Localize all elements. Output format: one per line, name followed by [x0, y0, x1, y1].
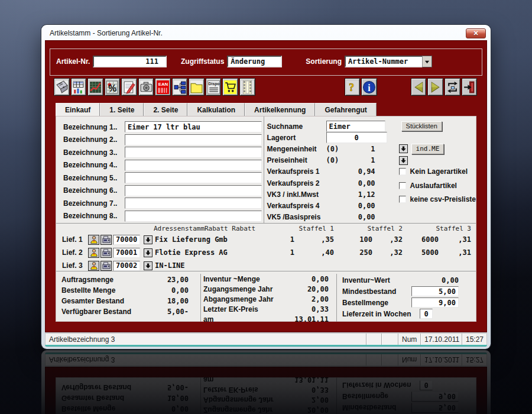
window-bottom-accent [45, 345, 487, 347]
bezeichnung-2-label: Bezeichnung 2.. [63, 135, 125, 144]
mengeneinheit-down-icon[interactable] [399, 144, 408, 153]
filmstrip-icon [241, 80, 254, 94]
structure-icon [174, 80, 186, 94]
staffel-2-header: Staffel 2 [334, 225, 403, 232]
bezeichnung-4-input[interactable] [125, 160, 262, 171]
ean-barcode-button[interactable]: EAN [155, 78, 171, 96]
fax-icon[interactable] [100, 261, 112, 271]
lief-1-staffel2-menge: 100 [334, 235, 372, 244]
fax-icon[interactable] [100, 235, 112, 245]
window-title: Artikelstamm - Sortierung Artikel-Nr. [50, 29, 466, 37]
bezeichnung-6-input[interactable] [125, 185, 262, 196]
edit-note-icon [123, 80, 135, 94]
stock-left-column: Auftragsmenge23,00 Bestellte Menge0,00 G… [56, 274, 201, 322]
bestellmenge-input[interactable] [411, 297, 459, 308]
edit-note-button[interactable] [121, 78, 137, 96]
lief-2-label: Lief. 2 [62, 248, 88, 257]
zugangsmenge-label: Zugangsmenge Jahr [203, 285, 287, 293]
stuecklisten-button[interactable]: Stücklisten [401, 121, 442, 131]
zugriffstatus-label: Zugriffstatus [181, 57, 224, 66]
inventur-wert-value: 0,00 [417, 276, 459, 284]
stock-middle-column: Inventur ~Menge0,00 Zugangsmenge Jahr20,… [201, 274, 337, 322]
contact-person-icon[interactable] [88, 261, 99, 271]
tab-artikelkennung[interactable]: Artikelkennung [245, 103, 315, 116]
statistics-button[interactable] [87, 78, 103, 96]
tab-kalkulation[interactable]: Kalkulation [187, 103, 245, 116]
dispo-icon: Dispo [207, 80, 220, 94]
bezeichnung-7-input[interactable] [125, 198, 262, 209]
lieferzeit-input[interactable] [420, 309, 433, 319]
preiseinheit-down-icon[interactable] [399, 156, 408, 165]
chevron-down-icon[interactable] [422, 56, 432, 67]
keine-csv-preisliste-checkbox[interactable] [399, 196, 406, 203]
exit-button[interactable] [462, 78, 478, 96]
statusbar-wrap: Artikelbezeichnung 3 Num 17.10.2011 15:2… [45, 333, 487, 347]
statusbar-message: Artikelbezeichnung 3 [46, 334, 366, 345]
nav-back-button[interactable] [411, 78, 427, 96]
mindestbestand-input[interactable] [411, 286, 459, 296]
folder-button[interactable] [189, 78, 205, 96]
table-chart-icon [72, 80, 85, 94]
bezeichnung-8-input[interactable] [125, 211, 262, 222]
letzter-ek-preis-value: 0,33 [287, 305, 329, 313]
titlebar[interactable]: Artikelstamm - Sortierung Artikel-Nr. ✕ [45, 27, 487, 40]
dispo-button[interactable]: Dispo [206, 78, 222, 96]
info-button[interactable]: i [361, 78, 377, 96]
lief-3-nr-input[interactable] [113, 261, 140, 271]
lief-3-name: IN-LINE [150, 261, 259, 270]
table-chart-button[interactable] [71, 78, 87, 96]
close-button[interactable]: ✕ [466, 28, 486, 38]
percent-calc-button[interactable]: % [105, 78, 121, 96]
lagerort-label: Lagerort [267, 134, 326, 142]
filmstrip-button[interactable] [239, 78, 255, 96]
stock-section: Auftragsmenge23,00 Bestellte Menge0,00 G… [56, 271, 476, 322]
artikel-nr-input[interactable] [93, 56, 167, 67]
ind-me-button[interactable]: ind.ME [411, 144, 445, 154]
bezeichnung-5-input[interactable] [125, 172, 262, 183]
contact-person-icon[interactable] [88, 235, 99, 245]
swap-record-button[interactable] [445, 78, 460, 96]
adress-rabatt-header: AdressenstammRabatt Rabatt [150, 225, 259, 232]
tab-1-seite[interactable]: 1. Seite [100, 103, 144, 116]
supplier-row: Lief. 3 IN-LINE [62, 259, 471, 272]
bezeichnung-3-input[interactable] [125, 147, 262, 158]
article-section: Bezeichnung 1.. Bezeichnung 2.. Bezeichn… [56, 117, 476, 224]
lief-1-nr-input[interactable] [113, 235, 140, 245]
cart-button[interactable] [222, 78, 238, 96]
bezeichnung-3-label: Bezeichnung 3.. [63, 148, 125, 157]
fax-icon[interactable] [100, 248, 112, 258]
sortierung-value[interactable] [345, 56, 422, 67]
zugriffstatus-input[interactable] [227, 56, 282, 67]
lief-2-nr-input[interactable] [113, 248, 140, 258]
bezeichnung-2-input[interactable] [125, 134, 262, 145]
bezeichnung-1-input[interactable] [125, 121, 262, 132]
camera-button[interactable] [138, 78, 154, 96]
help-button[interactable]: ? [345, 78, 361, 96]
svg-text:%: % [109, 83, 117, 93]
auslaufartikel-checkbox[interactable] [399, 182, 406, 189]
letzter-ek-preis-label: Letzter EK-Preis [203, 305, 287, 313]
nav-forward-icon [429, 80, 442, 94]
tab-2-seite[interactable]: 2. Seite [144, 103, 187, 116]
lief-2-staffel1-menge: 1 [259, 248, 294, 257]
lagerort-input[interactable] [326, 132, 387, 143]
contact-person-icon[interactable] [88, 248, 99, 258]
price-column: Suchname Stücklisten Lagerort Mengeneinh… [264, 117, 476, 223]
lief-1-staffel3-rabatt: ,31 [439, 235, 471, 244]
toolbar: % EAN Dispo ? i [54, 77, 478, 97]
print-button[interactable] [54, 78, 70, 96]
folder-icon [190, 80, 203, 94]
sortierung-dropdown[interactable] [345, 56, 432, 67]
swap-record-icon [446, 80, 459, 94]
structure-button[interactable] [172, 78, 188, 96]
einkauf-panel: Bezeichnung 1.. Bezeichnung 2.. Bezeichn… [56, 116, 476, 322]
suchname-input[interactable] [326, 121, 385, 132]
tab-einkauf[interactable]: Einkauf [56, 103, 100, 116]
tab-gefahrengut[interactable]: Gefahrengut [315, 103, 376, 116]
app-window: Artikelstamm - Sortierung Artikel-Nr. ✕ … [41, 350, 491, 414]
nav-forward-button[interactable] [427, 78, 443, 96]
kein-lagerartikel-checkbox[interactable] [399, 168, 406, 175]
verfuegbarer-bestand-value: 5,00- [147, 308, 189, 316]
statistics-icon [89, 80, 102, 94]
ean-barcode-icon: EAN [157, 80, 169, 94]
